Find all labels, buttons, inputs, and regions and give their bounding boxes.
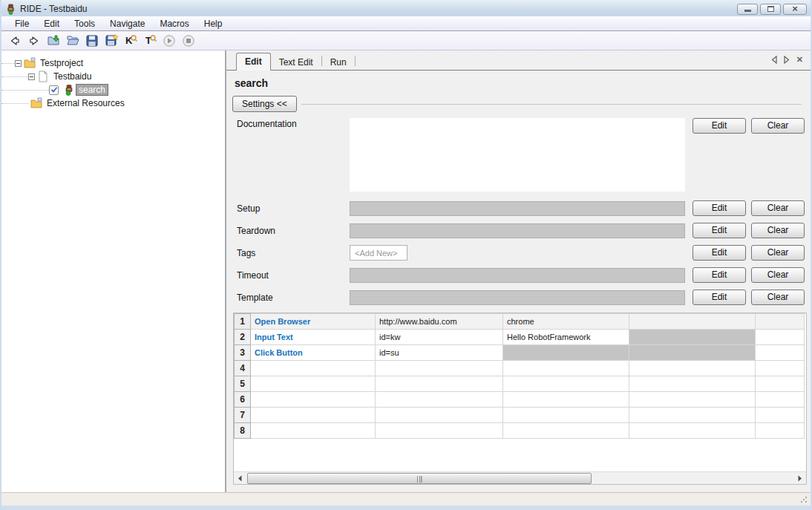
grid-cell[interactable]: [251, 408, 376, 423]
grid-cell[interactable]: [756, 376, 805, 392]
tree-item-label[interactable]: Testproject: [38, 58, 85, 68]
grid-cell[interactable]: [503, 345, 629, 361]
tree-item-testbaidu[interactable]: Testbaidu: [1, 70, 225, 83]
teardown-value[interactable]: [350, 223, 685, 238]
edit-button[interactable]: Edit: [693, 267, 746, 283]
menu-file[interactable]: File: [7, 17, 36, 30]
menu-navigate[interactable]: Navigate: [102, 17, 152, 30]
grid-cell[interactable]: Input Text: [251, 330, 376, 345]
grid-cell[interactable]: [629, 392, 756, 408]
testcase-checkbox[interactable]: [49, 85, 59, 95]
grid-cell[interactable]: [376, 408, 503, 423]
row-number[interactable]: 7: [235, 408, 251, 423]
tab-close-icon[interactable]: ✕: [796, 56, 803, 64]
close-button[interactable]: ×: [783, 4, 807, 15]
grid-cell[interactable]: [376, 392, 503, 408]
tree-item-search[interactable]: search: [1, 83, 225, 97]
row-number[interactable]: 6: [235, 392, 251, 408]
save-all-icon[interactable]: [104, 33, 119, 48]
add-tag-input[interactable]: <Add New>: [350, 245, 407, 261]
grid-cell[interactable]: [629, 408, 756, 423]
grid-cell[interactable]: [756, 392, 805, 408]
forward-icon[interactable]: [27, 33, 42, 48]
collapse-icon[interactable]: [28, 73, 35, 80]
tab-run[interactable]: Run: [322, 54, 355, 70]
clear-button[interactable]: Clear: [751, 223, 805, 238]
grid-cell[interactable]: [503, 392, 629, 408]
edit-button[interactable]: Edit: [693, 223, 746, 238]
tree-item-testproject[interactable]: Testproject: [1, 56, 225, 70]
grid-cell[interactable]: [251, 392, 376, 408]
grid-cell[interactable]: [756, 330, 805, 345]
grid-cell[interactable]: [503, 423, 629, 439]
scrollbar-thumb[interactable]: [247, 473, 592, 484]
run-icon[interactable]: [162, 33, 177, 48]
tab-scroll-left-icon[interactable]: [771, 56, 777, 64]
grid-cell[interactable]: [756, 314, 805, 330]
tab-text-edit[interactable]: Text Edit: [271, 54, 321, 70]
minimize-button[interactable]: [737, 4, 758, 15]
grid-cell[interactable]: id=su: [376, 345, 503, 361]
clear-button[interactable]: Clear: [751, 200, 805, 216]
row-number[interactable]: 4: [235, 361, 251, 376]
clear-button[interactable]: Clear: [751, 290, 805, 305]
grid-cell[interactable]: [503, 408, 629, 423]
grid-cell[interactable]: [251, 361, 376, 376]
search-tests-icon[interactable]: T: [143, 33, 157, 48]
grid-cell[interactable]: [756, 408, 805, 423]
tree-item-external-resources[interactable]: External Resources: [1, 97, 225, 110]
grid-cell[interactable]: [629, 376, 756, 392]
grid-cell[interactable]: [251, 423, 376, 439]
back-icon[interactable]: [7, 33, 22, 48]
grid-cell[interactable]: [629, 330, 756, 345]
tab-edit[interactable]: Edit: [236, 53, 271, 71]
menu-edit[interactable]: Edit: [36, 17, 67, 30]
settings-toggle-button[interactable]: Settings <<: [232, 96, 297, 112]
horizontal-scrollbar[interactable]: [234, 471, 806, 484]
edit-button[interactable]: Edit: [693, 118, 746, 134]
grid-cell[interactable]: Open Browser: [251, 314, 376, 330]
clear-button[interactable]: Clear: [751, 118, 805, 134]
timeout-value[interactable]: [350, 268, 685, 283]
tree-item-label[interactable]: Testbaidu: [51, 71, 94, 82]
grid-cell[interactable]: http://www.baidu.com: [376, 314, 503, 330]
grid-cell[interactable]: [756, 361, 805, 376]
menu-macros[interactable]: Macros: [152, 17, 196, 30]
row-number[interactable]: 5: [235, 376, 251, 392]
grid-cell[interactable]: [756, 345, 805, 361]
grid-cell[interactable]: [629, 361, 756, 376]
grid-cell[interactable]: chrome: [503, 314, 629, 330]
clear-button[interactable]: Clear: [751, 267, 805, 283]
edit-button[interactable]: Edit: [693, 200, 746, 216]
menu-tools[interactable]: Tools: [67, 17, 102, 30]
grid-cell[interactable]: [503, 361, 629, 376]
grid-cell[interactable]: id=kw: [376, 330, 503, 345]
documentation-value[interactable]: [350, 118, 685, 192]
template-value[interactable]: [350, 290, 685, 305]
grid-cell[interactable]: [629, 345, 756, 361]
scroll-left-icon[interactable]: [234, 472, 246, 485]
save-icon[interactable]: [85, 33, 99, 48]
grid-cell[interactable]: [629, 314, 756, 330]
stop-icon[interactable]: [181, 33, 196, 48]
tree-item-label[interactable]: External Resources: [45, 98, 127, 108]
row-number[interactable]: 8: [235, 423, 251, 439]
edit-button[interactable]: Edit: [693, 245, 746, 261]
open-directory-icon[interactable]: [65, 33, 80, 48]
edit-button[interactable]: Edit: [693, 290, 746, 305]
row-number[interactable]: 2: [235, 330, 251, 345]
grid-cell[interactable]: [251, 376, 376, 392]
search-keywords-icon[interactable]: K: [123, 33, 138, 48]
row-number[interactable]: 3: [235, 345, 251, 361]
row-number[interactable]: 1: [235, 314, 251, 330]
open-suite-icon[interactable]: [46, 33, 61, 48]
clear-button[interactable]: Clear: [751, 245, 805, 261]
grid-cell[interactable]: Click Button: [251, 345, 376, 361]
menu-help[interactable]: Help: [197, 17, 230, 30]
grid-cell[interactable]: [629, 423, 756, 439]
grid-cell[interactable]: [376, 423, 503, 439]
grid-cell[interactable]: Hello RobotFramework: [503, 330, 629, 345]
maximize-button[interactable]: [760, 4, 781, 15]
resize-grip-icon[interactable]: [800, 496, 808, 503]
grid-cell[interactable]: [376, 361, 503, 376]
